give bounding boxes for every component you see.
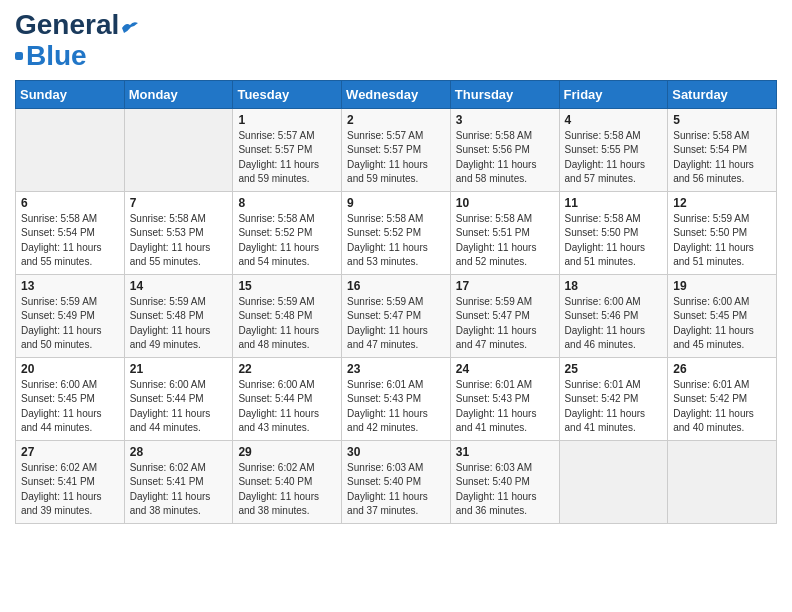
cell-info: Sunrise: 6:00 AMSunset: 5:44 PMDaylight:… bbox=[130, 378, 228, 436]
cell-info: Sunrise: 6:01 AMSunset: 5:42 PMDaylight:… bbox=[565, 378, 663, 436]
cell-info: Sunrise: 6:03 AMSunset: 5:40 PMDaylight:… bbox=[456, 461, 554, 519]
logo-bird-icon bbox=[121, 20, 139, 34]
cell-info: Sunrise: 5:58 AMSunset: 5:54 PMDaylight:… bbox=[673, 129, 771, 187]
cell-info: Sunrise: 5:59 AMSunset: 5:50 PMDaylight:… bbox=[673, 212, 771, 270]
cell-day-number: 24 bbox=[456, 362, 554, 376]
calendar-cell bbox=[668, 440, 777, 523]
cell-info: Sunrise: 5:59 AMSunset: 5:49 PMDaylight:… bbox=[21, 295, 119, 353]
calendar-cell: 17Sunrise: 5:59 AMSunset: 5:47 PMDayligh… bbox=[450, 274, 559, 357]
cell-info: Sunrise: 6:02 AMSunset: 5:41 PMDaylight:… bbox=[130, 461, 228, 519]
calendar-week-row: 27Sunrise: 6:02 AMSunset: 5:41 PMDayligh… bbox=[16, 440, 777, 523]
cell-day-number: 22 bbox=[238, 362, 336, 376]
cell-day-number: 16 bbox=[347, 279, 445, 293]
calendar-cell: 20Sunrise: 6:00 AMSunset: 5:45 PMDayligh… bbox=[16, 357, 125, 440]
weekday-header-friday: Friday bbox=[559, 80, 668, 108]
calendar-cell: 7Sunrise: 5:58 AMSunset: 5:53 PMDaylight… bbox=[124, 191, 233, 274]
calendar-week-row: 13Sunrise: 5:59 AMSunset: 5:49 PMDayligh… bbox=[16, 274, 777, 357]
cell-info: Sunrise: 6:00 AMSunset: 5:44 PMDaylight:… bbox=[238, 378, 336, 436]
calendar-cell: 25Sunrise: 6:01 AMSunset: 5:42 PMDayligh… bbox=[559, 357, 668, 440]
cell-info: Sunrise: 5:58 AMSunset: 5:56 PMDaylight:… bbox=[456, 129, 554, 187]
cell-day-number: 10 bbox=[456, 196, 554, 210]
calendar-cell: 23Sunrise: 6:01 AMSunset: 5:43 PMDayligh… bbox=[342, 357, 451, 440]
cell-day-number: 20 bbox=[21, 362, 119, 376]
calendar-cell: 3Sunrise: 5:58 AMSunset: 5:56 PMDaylight… bbox=[450, 108, 559, 191]
calendar-cell: 27Sunrise: 6:02 AMSunset: 5:41 PMDayligh… bbox=[16, 440, 125, 523]
cell-info: Sunrise: 5:58 AMSunset: 5:53 PMDaylight:… bbox=[130, 212, 228, 270]
calendar-cell: 22Sunrise: 6:00 AMSunset: 5:44 PMDayligh… bbox=[233, 357, 342, 440]
calendar-cell: 1Sunrise: 5:57 AMSunset: 5:57 PMDaylight… bbox=[233, 108, 342, 191]
cell-info: Sunrise: 6:00 AMSunset: 5:45 PMDaylight:… bbox=[673, 295, 771, 353]
calendar-week-row: 20Sunrise: 6:00 AMSunset: 5:45 PMDayligh… bbox=[16, 357, 777, 440]
calendar-cell: 30Sunrise: 6:03 AMSunset: 5:40 PMDayligh… bbox=[342, 440, 451, 523]
calendar-table: SundayMondayTuesdayWednesdayThursdayFrid… bbox=[15, 80, 777, 524]
cell-day-number: 27 bbox=[21, 445, 119, 459]
cell-day-number: 28 bbox=[130, 445, 228, 459]
cell-info: Sunrise: 5:59 AMSunset: 5:48 PMDaylight:… bbox=[130, 295, 228, 353]
cell-day-number: 23 bbox=[347, 362, 445, 376]
calendar-cell: 15Sunrise: 5:59 AMSunset: 5:48 PMDayligh… bbox=[233, 274, 342, 357]
cell-info: Sunrise: 6:02 AMSunset: 5:41 PMDaylight:… bbox=[21, 461, 119, 519]
logo-text: General bbox=[15, 10, 139, 41]
cell-day-number: 11 bbox=[565, 196, 663, 210]
cell-day-number: 8 bbox=[238, 196, 336, 210]
cell-day-number: 12 bbox=[673, 196, 771, 210]
weekday-header-row: SundayMondayTuesdayWednesdayThursdayFrid… bbox=[16, 80, 777, 108]
cell-day-number: 21 bbox=[130, 362, 228, 376]
cell-info: Sunrise: 5:58 AMSunset: 5:52 PMDaylight:… bbox=[347, 212, 445, 270]
calendar-cell bbox=[124, 108, 233, 191]
calendar-cell: 18Sunrise: 6:00 AMSunset: 5:46 PMDayligh… bbox=[559, 274, 668, 357]
cell-day-number: 13 bbox=[21, 279, 119, 293]
calendar-body: 1Sunrise: 5:57 AMSunset: 5:57 PMDaylight… bbox=[16, 108, 777, 523]
calendar-week-row: 1Sunrise: 5:57 AMSunset: 5:57 PMDaylight… bbox=[16, 108, 777, 191]
cell-info: Sunrise: 5:58 AMSunset: 5:55 PMDaylight:… bbox=[565, 129, 663, 187]
calendar-week-row: 6Sunrise: 5:58 AMSunset: 5:54 PMDaylight… bbox=[16, 191, 777, 274]
cell-day-number: 26 bbox=[673, 362, 771, 376]
cell-day-number: 5 bbox=[673, 113, 771, 127]
cell-day-number: 1 bbox=[238, 113, 336, 127]
cell-day-number: 14 bbox=[130, 279, 228, 293]
weekday-header-wednesday: Wednesday bbox=[342, 80, 451, 108]
calendar-cell: 24Sunrise: 6:01 AMSunset: 5:43 PMDayligh… bbox=[450, 357, 559, 440]
cell-info: Sunrise: 5:58 AMSunset: 5:50 PMDaylight:… bbox=[565, 212, 663, 270]
weekday-header-sunday: Sunday bbox=[16, 80, 125, 108]
cell-day-number: 29 bbox=[238, 445, 336, 459]
cell-info: Sunrise: 5:59 AMSunset: 5:48 PMDaylight:… bbox=[238, 295, 336, 353]
calendar-cell: 26Sunrise: 6:01 AMSunset: 5:42 PMDayligh… bbox=[668, 357, 777, 440]
weekday-header-tuesday: Tuesday bbox=[233, 80, 342, 108]
calendar-cell: 10Sunrise: 5:58 AMSunset: 5:51 PMDayligh… bbox=[450, 191, 559, 274]
cell-info: Sunrise: 5:58 AMSunset: 5:54 PMDaylight:… bbox=[21, 212, 119, 270]
calendar-cell bbox=[559, 440, 668, 523]
logo-dot bbox=[15, 52, 23, 60]
cell-info: Sunrise: 6:02 AMSunset: 5:40 PMDaylight:… bbox=[238, 461, 336, 519]
cell-day-number: 18 bbox=[565, 279, 663, 293]
cell-day-number: 25 bbox=[565, 362, 663, 376]
cell-info: Sunrise: 5:59 AMSunset: 5:47 PMDaylight:… bbox=[347, 295, 445, 353]
header: General Blue bbox=[15, 10, 777, 72]
cell-info: Sunrise: 5:58 AMSunset: 5:51 PMDaylight:… bbox=[456, 212, 554, 270]
cell-day-number: 2 bbox=[347, 113, 445, 127]
page: General Blue SundayMondayTuesdayWednesda… bbox=[0, 0, 792, 612]
calendar-cell: 4Sunrise: 5:58 AMSunset: 5:55 PMDaylight… bbox=[559, 108, 668, 191]
cell-day-number: 4 bbox=[565, 113, 663, 127]
calendar-cell: 31Sunrise: 6:03 AMSunset: 5:40 PMDayligh… bbox=[450, 440, 559, 523]
calendar-cell: 13Sunrise: 5:59 AMSunset: 5:49 PMDayligh… bbox=[16, 274, 125, 357]
cell-day-number: 19 bbox=[673, 279, 771, 293]
cell-info: Sunrise: 6:00 AMSunset: 5:46 PMDaylight:… bbox=[565, 295, 663, 353]
cell-info: Sunrise: 6:00 AMSunset: 5:45 PMDaylight:… bbox=[21, 378, 119, 436]
cell-info: Sunrise: 6:01 AMSunset: 5:43 PMDaylight:… bbox=[456, 378, 554, 436]
weekday-header-saturday: Saturday bbox=[668, 80, 777, 108]
cell-info: Sunrise: 5:59 AMSunset: 5:47 PMDaylight:… bbox=[456, 295, 554, 353]
weekday-header-monday: Monday bbox=[124, 80, 233, 108]
calendar-cell: 12Sunrise: 5:59 AMSunset: 5:50 PMDayligh… bbox=[668, 191, 777, 274]
calendar-cell bbox=[16, 108, 125, 191]
weekday-header-thursday: Thursday bbox=[450, 80, 559, 108]
calendar-cell: 2Sunrise: 5:57 AMSunset: 5:57 PMDaylight… bbox=[342, 108, 451, 191]
calendar-cell: 6Sunrise: 5:58 AMSunset: 5:54 PMDaylight… bbox=[16, 191, 125, 274]
calendar-cell: 8Sunrise: 5:58 AMSunset: 5:52 PMDaylight… bbox=[233, 191, 342, 274]
cell-day-number: 3 bbox=[456, 113, 554, 127]
cell-info: Sunrise: 6:01 AMSunset: 5:43 PMDaylight:… bbox=[347, 378, 445, 436]
cell-day-number: 6 bbox=[21, 196, 119, 210]
cell-info: Sunrise: 5:58 AMSunset: 5:52 PMDaylight:… bbox=[238, 212, 336, 270]
calendar-cell: 16Sunrise: 5:59 AMSunset: 5:47 PMDayligh… bbox=[342, 274, 451, 357]
cell-info: Sunrise: 6:01 AMSunset: 5:42 PMDaylight:… bbox=[673, 378, 771, 436]
